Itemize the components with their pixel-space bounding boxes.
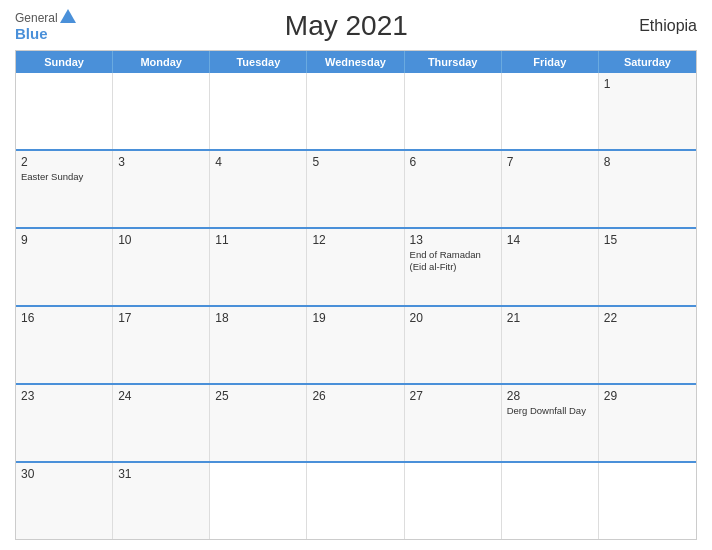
- cal-week: 16171819202122: [16, 305, 696, 383]
- header: General Blue May 2021 Ethiopia: [15, 10, 697, 42]
- cal-cell: 16: [16, 307, 113, 383]
- cal-header-cell: Sunday: [16, 51, 113, 73]
- cal-cell: 4: [210, 151, 307, 227]
- logo-triangle-icon: [60, 9, 76, 23]
- day-number: 22: [604, 311, 691, 325]
- day-number: 19: [312, 311, 398, 325]
- page: General Blue May 2021 Ethiopia SundayMon…: [0, 0, 712, 550]
- cal-cell: 15: [599, 229, 696, 305]
- country-label: Ethiopia: [617, 17, 697, 35]
- day-number: 9: [21, 233, 107, 247]
- cal-cell: 31: [113, 463, 210, 539]
- cal-header-cell: Friday: [502, 51, 599, 73]
- cal-cell: 3: [113, 151, 210, 227]
- cal-week: 910111213End of Ramadan (Eid al-Fitr)141…: [16, 227, 696, 305]
- day-number: 29: [604, 389, 691, 403]
- cal-week: 2Easter Sunday345678: [16, 149, 696, 227]
- cal-cell: [210, 73, 307, 149]
- cal-cell: [502, 73, 599, 149]
- cal-cell: [307, 463, 404, 539]
- day-number: 28: [507, 389, 593, 403]
- cal-cell: 6: [405, 151, 502, 227]
- cal-cell: 18: [210, 307, 307, 383]
- logo-blue: Blue: [15, 25, 48, 42]
- day-number: 17: [118, 311, 204, 325]
- calendar-header-row: SundayMondayTuesdayWednesdayThursdayFrid…: [16, 51, 696, 73]
- day-number: 3: [118, 155, 204, 169]
- cal-header-cell: Monday: [113, 51, 210, 73]
- cal-cell: 22: [599, 307, 696, 383]
- cal-cell: 12: [307, 229, 404, 305]
- cal-header-cell: Wednesday: [307, 51, 404, 73]
- cal-cell: 10: [113, 229, 210, 305]
- day-event: Easter Sunday: [21, 171, 107, 183]
- cal-header-cell: Thursday: [405, 51, 502, 73]
- day-number: 5: [312, 155, 398, 169]
- cal-week: 1: [16, 73, 696, 149]
- cal-header-cell: Tuesday: [210, 51, 307, 73]
- logo: General Blue: [15, 11, 76, 42]
- day-number: 24: [118, 389, 204, 403]
- cal-cell: 8: [599, 151, 696, 227]
- svg-marker-0: [60, 9, 76, 23]
- day-event: Derg Downfall Day: [507, 405, 593, 417]
- cal-cell: 9: [16, 229, 113, 305]
- day-number: 23: [21, 389, 107, 403]
- cal-cell: 23: [16, 385, 113, 461]
- cal-cell: 14: [502, 229, 599, 305]
- cal-cell: [16, 73, 113, 149]
- cal-cell: [502, 463, 599, 539]
- cal-header-cell: Saturday: [599, 51, 696, 73]
- cal-cell: 7: [502, 151, 599, 227]
- day-number: 6: [410, 155, 496, 169]
- logo-general: General: [15, 12, 58, 25]
- day-number: 18: [215, 311, 301, 325]
- day-number: 30: [21, 467, 107, 481]
- day-number: 25: [215, 389, 301, 403]
- cal-cell: [405, 463, 502, 539]
- day-number: 1: [604, 77, 691, 91]
- day-number: 26: [312, 389, 398, 403]
- day-number: 4: [215, 155, 301, 169]
- day-number: 10: [118, 233, 204, 247]
- cal-cell: [405, 73, 502, 149]
- cal-cell: 17: [113, 307, 210, 383]
- day-number: 12: [312, 233, 398, 247]
- day-number: 20: [410, 311, 496, 325]
- calendar-body: 12Easter Sunday345678910111213End of Ram…: [16, 73, 696, 539]
- day-number: 13: [410, 233, 496, 247]
- cal-cell: 27: [405, 385, 502, 461]
- cal-cell: 1: [599, 73, 696, 149]
- calendar: SundayMondayTuesdayWednesdayThursdayFrid…: [15, 50, 697, 540]
- cal-week: 232425262728Derg Downfall Day29: [16, 383, 696, 461]
- cal-cell: [307, 73, 404, 149]
- day-number: 8: [604, 155, 691, 169]
- cal-cell: 19: [307, 307, 404, 383]
- day-number: 16: [21, 311, 107, 325]
- cal-cell: 5: [307, 151, 404, 227]
- cal-cell: 11: [210, 229, 307, 305]
- day-event: End of Ramadan (Eid al-Fitr): [410, 249, 496, 274]
- cal-cell: 26: [307, 385, 404, 461]
- day-number: 11: [215, 233, 301, 247]
- cal-cell: [113, 73, 210, 149]
- day-number: 14: [507, 233, 593, 247]
- cal-cell: 13End of Ramadan (Eid al-Fitr): [405, 229, 502, 305]
- day-number: 2: [21, 155, 107, 169]
- cal-cell: 20: [405, 307, 502, 383]
- cal-cell: 30: [16, 463, 113, 539]
- cal-cell: 24: [113, 385, 210, 461]
- cal-week: 3031: [16, 461, 696, 539]
- calendar-title: May 2021: [76, 10, 617, 42]
- day-number: 15: [604, 233, 691, 247]
- day-number: 31: [118, 467, 204, 481]
- cal-cell: 25: [210, 385, 307, 461]
- cal-cell: 2Easter Sunday: [16, 151, 113, 227]
- cal-cell: 21: [502, 307, 599, 383]
- cal-cell: [599, 463, 696, 539]
- cal-cell: [210, 463, 307, 539]
- cal-cell: 28Derg Downfall Day: [502, 385, 599, 461]
- day-number: 7: [507, 155, 593, 169]
- logo-text: General: [15, 12, 58, 25]
- day-number: 27: [410, 389, 496, 403]
